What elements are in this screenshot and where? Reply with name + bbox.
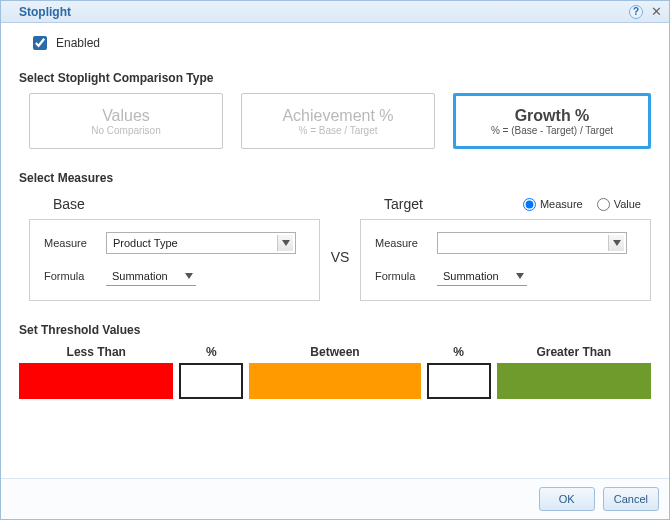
base-header: Base xyxy=(29,193,320,215)
base-column: Base Measure Product Type xyxy=(29,193,320,301)
base-title: Base xyxy=(53,196,85,212)
target-radio-measure-input[interactable] xyxy=(523,198,536,211)
threshold-greater-column: Greater Than xyxy=(497,345,651,399)
comparison-option-title: Growth % xyxy=(515,107,590,125)
threshold-row: Less Than % Between % Greater Than xyxy=(19,345,651,399)
close-icon[interactable]: ✕ xyxy=(649,5,663,19)
threshold-less-swatch xyxy=(19,363,173,399)
comparison-option-sub: % = Base / Target xyxy=(298,125,377,136)
threshold-low-input[interactable] xyxy=(179,363,243,399)
target-formula-select[interactable]: Summation xyxy=(437,266,527,286)
threshold-between-swatch xyxy=(249,363,420,399)
base-formula-select[interactable]: Summation xyxy=(106,266,196,286)
base-measure-select[interactable]: Product Type xyxy=(106,232,296,254)
target-type-radios: Measure Value xyxy=(523,198,641,211)
target-formula-label: Formula xyxy=(375,270,425,282)
vs-label: VS xyxy=(320,249,360,265)
threshold-high-pct-column: % xyxy=(427,345,491,399)
target-radio-measure-label: Measure xyxy=(540,198,583,210)
comparison-option-title: Achievement % xyxy=(282,107,393,125)
target-radio-measure[interactable]: Measure xyxy=(523,198,583,211)
base-measure-row: Measure Product Type xyxy=(44,232,305,254)
target-radio-value-input[interactable] xyxy=(597,198,610,211)
threshold-high-pct-label: % xyxy=(453,345,464,359)
comparison-option-sub: No Comparison xyxy=(91,125,160,136)
base-box: Measure Product Type Formula S xyxy=(29,219,320,301)
comparison-option-sub: % = (Base - Target) / Target xyxy=(491,125,613,136)
target-measure-label: Measure xyxy=(375,237,425,249)
comparison-heading: Select Stoplight Comparison Type xyxy=(19,71,651,85)
content: Enabled Select Stoplight Comparison Type… xyxy=(1,23,669,478)
cancel-button[interactable]: Cancel xyxy=(603,487,659,511)
chevron-down-icon xyxy=(608,235,624,251)
threshold-less-column: Less Than xyxy=(19,345,173,399)
target-box: Measure Formula Summation xyxy=(360,219,651,301)
enabled-label: Enabled xyxy=(56,36,100,50)
window-title: Stoplight xyxy=(19,5,623,19)
threshold-greater-swatch xyxy=(497,363,651,399)
threshold-low-pct-column: % xyxy=(179,345,243,399)
ok-button[interactable]: OK xyxy=(539,487,595,511)
target-radio-value[interactable]: Value xyxy=(597,198,641,211)
comparison-type-row: Values No Comparison Achievement % % = B… xyxy=(29,93,651,149)
threshold-between-column: Between xyxy=(249,345,420,399)
enabled-checkbox[interactable] xyxy=(33,36,47,50)
chevron-down-icon xyxy=(277,235,293,251)
comparison-option-growth[interactable]: Growth % % = (Base - Target) / Target xyxy=(453,93,651,149)
base-formula-row: Formula Summation xyxy=(44,266,305,286)
threshold-low-pct-label: % xyxy=(206,345,217,359)
comparison-option-values[interactable]: Values No Comparison xyxy=(29,93,223,149)
dialog-footer: OK Cancel xyxy=(1,478,669,519)
target-header: Target Measure Value xyxy=(360,193,651,215)
target-formula-row: Formula Summation xyxy=(375,266,636,286)
measures-wrap: Base Measure Product Type xyxy=(29,193,651,301)
comparison-option-achievement[interactable]: Achievement % % = Base / Target xyxy=(241,93,435,149)
target-measure-row: Measure xyxy=(375,232,636,254)
base-formula-value: Summation xyxy=(112,270,168,282)
target-formula-value: Summation xyxy=(443,270,499,282)
threshold-between-label: Between xyxy=(310,345,359,359)
titlebar-spacer xyxy=(7,7,13,17)
threshold-greater-label: Greater Than xyxy=(536,345,611,359)
enabled-row: Enabled xyxy=(29,33,651,53)
titlebar: Stoplight ? ✕ xyxy=(1,1,669,23)
threshold-high-input[interactable] xyxy=(427,363,491,399)
base-measure-label: Measure xyxy=(44,237,94,249)
chevron-down-icon xyxy=(513,268,527,283)
threshold-heading: Set Threshold Values xyxy=(19,323,651,337)
threshold-less-label: Less Than xyxy=(67,345,126,359)
base-measure-value: Product Type xyxy=(113,237,178,249)
comparison-option-title: Values xyxy=(102,107,150,125)
target-measure-select[interactable] xyxy=(437,232,627,254)
measures-row: Base Measure Product Type xyxy=(29,193,651,301)
help-icon[interactable]: ? xyxy=(629,5,643,19)
base-formula-label: Formula xyxy=(44,270,94,282)
target-title: Target xyxy=(384,196,423,212)
target-column: Target Measure Value xyxy=(360,193,651,301)
chevron-down-icon xyxy=(182,268,196,283)
measures-heading: Select Measures xyxy=(19,171,651,185)
target-radio-value-label: Value xyxy=(614,198,641,210)
stoplight-dialog: Stoplight ? ✕ Enabled Select Stoplight C… xyxy=(0,0,670,520)
